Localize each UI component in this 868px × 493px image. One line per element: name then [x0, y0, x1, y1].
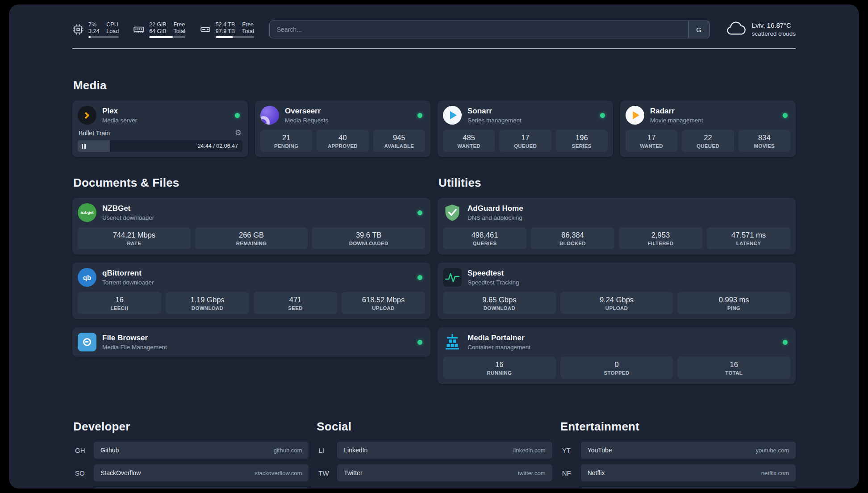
cpu-icon — [72, 24, 84, 35]
bookmark-youtube[interactable]: YT YouTube youtube.com — [559, 442, 796, 459]
adguard-icon — [443, 203, 462, 222]
bookmark-abbr: LI — [316, 447, 337, 454]
bookmark-reddit[interactable]: RE Reddit reddit.com — [559, 487, 796, 489]
stat-label: QUEUED — [684, 143, 732, 149]
bookmark-domain: twitter.com — [518, 470, 546, 476]
bookmark-github[interactable]: GH Github github.com — [72, 442, 309, 459]
service-name: Sonarr — [467, 106, 522, 116]
service-card-plex[interactable]: Plex Media server Bullet Train ⚙ — [72, 100, 248, 157]
nzbget-icon: nzbget — [78, 203, 96, 222]
overseerr-icon — [260, 106, 279, 125]
stat-tile: 266 GB REMAINING — [195, 227, 308, 249]
bookmark-domain: github.com — [274, 447, 302, 454]
service-card-speedtest[interactable]: Speedtest Speedtest Tracking 9.65 Gbps D… — [438, 263, 796, 319]
status-dot — [417, 210, 422, 215]
service-card-radarr[interactable]: Radarr Movie management 17 WANTED 22 QUE… — [620, 100, 796, 157]
stat-label: AVAILABLE — [375, 143, 423, 149]
stat-label: RUNNING — [445, 370, 554, 376]
stat-tile: 17 QUEUED — [499, 130, 551, 152]
search-provider-button[interactable]: G — [688, 21, 709, 38]
section-title-media: Media — [73, 79, 796, 92]
stat-value: 945 — [375, 134, 423, 142]
disk-label-top: Free — [242, 21, 254, 28]
cpu-label-top: CPU — [106, 21, 119, 28]
service-card-overseerr[interactable]: Overseerr Media Requests 21 PENDING 40 A… — [255, 100, 430, 157]
stat-value: 9.24 Gbps — [562, 296, 672, 304]
speedtest-icon — [443, 268, 462, 287]
stat-tile: 744.21 Mbps RATE — [78, 227, 191, 249]
bookmark-dev[interactable]: DT DEV dev.to — [72, 487, 309, 489]
stat-value: 498,461 — [445, 231, 525, 239]
stat-tile: 9.24 Gbps UPLOAD — [560, 292, 673, 314]
stat-label: SEED — [255, 305, 335, 311]
portainer-icon — [443, 333, 462, 351]
stat-label: WANTED — [627, 143, 676, 149]
stat-tile: 2,953 FILTERED — [619, 227, 702, 249]
stat-tile: 17 WANTED — [626, 130, 677, 152]
service-card-nzbget[interactable]: nzbget NZBGet Usenet downloader 744.21 M… — [72, 198, 430, 255]
radarr-icon — [626, 106, 644, 125]
cpu-widget: 7% CPU 3.24 Load — [72, 21, 119, 38]
service-card-adguard[interactable]: AdGuard Home DNS and adblocking 498,461 … — [438, 198, 796, 255]
stat-tile: 39.6 TB DOWNLOADED — [312, 227, 425, 249]
cpu-load: 3.24 — [88, 28, 99, 34]
topbar: 7% CPU 3.24 Load — [72, 21, 796, 38]
stat-label: STOPPED — [562, 370, 672, 376]
memory-free: 22 GiB — [149, 21, 166, 28]
service-card-sonarr[interactable]: Sonarr Series management 485 WANTED 17 Q… — [438, 100, 613, 157]
service-description: Speedtest Tracking — [467, 279, 519, 287]
disk-bar — [216, 36, 254, 38]
stat-tile: 498,461 QUERIES — [443, 227, 526, 249]
stat-value: 0 — [562, 360, 672, 369]
filebrowser-icon — [78, 333, 96, 351]
stat-value: 16 — [445, 360, 554, 369]
weather-condition: scattered clouds — [752, 30, 796, 38]
now-playing-title: Bullet Train — [79, 130, 110, 137]
weather-location: Lviv, 16.87°C — [752, 21, 796, 30]
bookmark-netflix[interactable]: NF Netflix netflix.com — [559, 464, 796, 481]
stat-value: 40 — [318, 134, 367, 142]
playback-progress-bar[interactable]: 24:44 / 02:06:47 — [78, 140, 242, 152]
stat-value: 39.6 TB — [314, 231, 423, 239]
stat-label: MOVIES — [740, 143, 789, 149]
bookmark-abbr: NF — [559, 469, 581, 477]
qbittorrent-icon: qb — [78, 268, 96, 287]
stat-value: 266 GB — [197, 231, 306, 239]
resource-widgets: 7% CPU 3.24 Load — [72, 21, 254, 38]
stat-value: 485 — [445, 134, 493, 142]
bookmark-twitter[interactable]: TW Twitter twitter.com — [316, 464, 552, 481]
stat-tile: 1.19 Gbps DOWNLOAD — [166, 292, 249, 314]
cpu-bar — [88, 36, 119, 38]
bookmark-stackoverflow[interactable]: SO StackOverflow stackoverflow.com — [72, 464, 309, 481]
pause-icon[interactable] — [82, 144, 86, 149]
stat-label: WANTED — [445, 143, 493, 149]
service-description: Usenet downloader — [102, 214, 154, 222]
bookmark-linkedin[interactable]: LI LinkedIn linkedin.com — [316, 442, 552, 459]
gear-icon[interactable]: ⚙ — [235, 129, 242, 137]
bookmark-group-entertainment: Entertainment YT YouTube youtube.com NF … — [559, 420, 796, 489]
status-dot — [417, 340, 422, 345]
stat-value: 744.21 Mbps — [79, 231, 189, 239]
stat-label: DOWNLOADED — [314, 241, 423, 246]
memory-icon — [133, 24, 145, 35]
service-description: Torrent downloader — [102, 279, 154, 287]
bookmark-abbr: TW — [316, 469, 337, 477]
bookmark-name: Github — [100, 447, 119, 454]
bookmark-domain: youtube.com — [756, 447, 789, 454]
bookmark-group-social: Social LI LinkedIn linkedin.com TW Twitt… — [316, 420, 552, 489]
service-card-filebrowser[interactable]: File Browser Media File Management — [72, 327, 430, 357]
bookmark-name: Twitter — [344, 469, 362, 476]
bookmark-name: LinkedIn — [344, 447, 367, 454]
weather-widget: Lviv, 16.87°C scattered clouds — [726, 21, 796, 38]
stat-value: 1.19 Gbps — [167, 296, 247, 304]
service-description: DNS and adblocking — [467, 214, 523, 222]
cpu-percent: 7% — [88, 21, 99, 28]
bookmark-abbr: SO — [72, 469, 94, 477]
service-card-portainer[interactable]: Media Portainer Container management 16 … — [438, 327, 796, 384]
service-card-qbittorrent[interactable]: qb qBittorrent Torrent downloader 16 LEE… — [72, 263, 430, 319]
search-input[interactable] — [270, 21, 688, 38]
stat-label: DOWNLOAD — [167, 305, 247, 311]
service-description: Movie management — [650, 117, 703, 125]
status-dot — [235, 113, 240, 118]
bookmark-domain: stackoverflow.com — [255, 470, 302, 476]
